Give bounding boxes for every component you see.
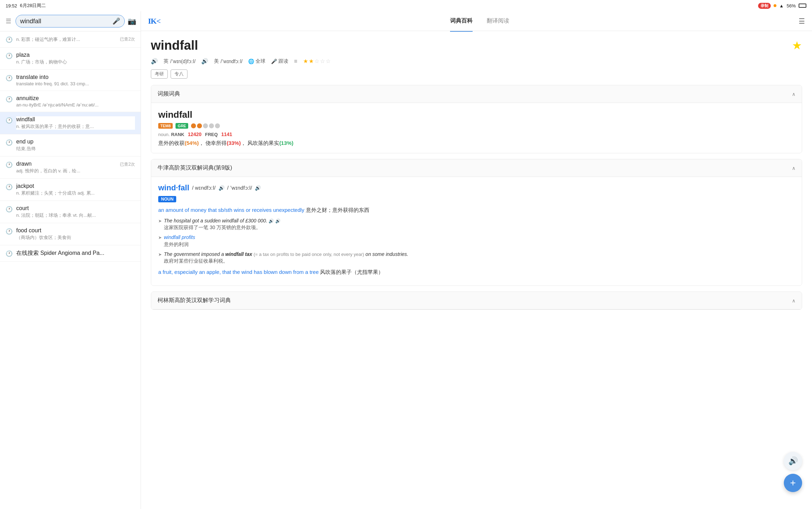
global-icon: 🌐 [248,59,254,64]
freq-rank-line: noun. RANK 12420 FREQ 1141 [158,131,795,137]
oxford-section-title: 牛津高阶英汉双解词典(第9版) [158,164,232,172]
example-1-am-audio-icon[interactable]: 🔊 [275,219,281,223]
oxford-brit-audio-icon[interactable]: 🔊 [219,185,224,191]
clock-icon: 🕐 [6,96,13,103]
tag-zhuanba[interactable]: 专八 [171,69,187,79]
collins-section-title: 柯林斯高阶英汉双解学习词典 [158,297,231,304]
clock-icon: 🕐 [6,139,13,146]
brit-audio-icon[interactable]: 🔊 [151,58,158,65]
gov-example: The government imposed a windfall tax (=… [158,251,795,264]
status-left: 19:52 6月28日周二 [6,2,46,9]
def1-cn: 意外之财；意外获得的东西 [306,207,369,213]
wifi-icon: ▲ [779,3,784,8]
pronunciation-row: 🔊 英 /ˈwɪn(d)fɔːl/ 🔊 美 /ˈwɪndfɔːl/ 🌐 全球 🎤… [151,58,802,65]
list-item[interactable]: 🕐 end up 结束,告终 [0,134,141,157]
tab-translate[interactable]: 翻译阅读 [487,16,509,26]
oxford-definition-1: an amount of money that sb/sth wins or r… [158,206,795,214]
status-right: 录制 ▲ 56% [758,3,806,9]
list-item[interactable]: 🕐 court n. 法院；朝廷；球场；奉承 vt. 向...献... [0,201,141,223]
battery-icon [799,4,806,8]
history-list: 🕐 n. 彩票；碰运气的事，难算计... 已查2次 🕐 plaza n. 广场；… [0,31,141,509]
history-word: translate into [16,74,135,80]
global-button[interactable]: 🌐 全球 [248,58,265,65]
favorite-star-icon[interactable]: ★ [792,39,802,52]
mic-small-icon: 🎤 [271,59,277,64]
search-input[interactable] [20,18,110,25]
dot-2 [197,123,202,128]
star-3[interactable]: ☆ [314,58,319,65]
pct-1: (54%) [185,140,199,146]
status-bar: 19:52 6月28日周二 录制 ▲ 56% [0,0,812,11]
float-audio-button[interactable]: 🔊 [784,452,802,470]
history-word: plaza [16,52,135,58]
dot-4 [209,123,214,128]
history-word: court [16,205,135,211]
oxford-definition-2: a fruit, especially an apple, that the w… [158,268,795,276]
float-add-button[interactable]: + [784,474,802,492]
freq-badges-row: TEM8 GRE [158,123,795,129]
brit-pron-text: /ˈwɪn(d)fɔːl/ [170,59,196,64]
list-item[interactable]: 🕐 food court （商场内）饮食区；美食街 [0,223,141,245]
clock-icon: 🕐 [6,206,13,213]
freq-section-body: windfall TEM8 GRE noun. [151,103,802,153]
pct-3: (13%) [279,140,293,146]
star-1[interactable]: ★ [303,58,308,65]
history-badge: 已查2次 [120,36,135,42]
list-item[interactable]: 🕐 translate into translate into freq. 91… [0,70,141,91]
def1-en: an amount of money that sb/sth wins or r… [158,207,304,213]
tab-dictionary[interactable]: 词典百科 [450,16,473,26]
sidebar: ☰ 🎤 📷 🕐 n. 彩票；碰运气的事，难算计... 已查2次 🕐 [0,11,141,509]
oxford-section: 牛津高阶英汉双解词典(第9版) ∧ wind·fall / wɪndfɔːl/ … [151,159,802,286]
word-content: windfall ★ 🔊 英 /ˈwɪn(d)fɔːl/ 🔊 美 /ˈwɪndf… [141,31,812,509]
top-nav: IK< 词典百科 翻译阅读 ☰ [141,11,812,31]
collins-chevron-icon: ∧ [792,298,795,303]
example-1-brit-audio-icon[interactable]: 🔊 [269,219,274,223]
tags-row: 考研 专八 [151,69,802,79]
sub-entry-cn: 意外的利润 [164,241,795,248]
list-item[interactable]: 🕐 plaza n. 广场；市场，购物中心 [0,48,141,70]
word-header: windfall ★ [151,38,802,53]
history-badge: 已查2次 [120,161,135,167]
history-word: 在线搜索 Spider Angioma and Pa... [16,250,135,257]
word-title: windfall [151,38,198,53]
list-item[interactable]: 🕐 在线搜索 Spider Angioma and Pa... [0,245,141,262]
tag-kaoyuan[interactable]: 考研 [151,69,168,79]
camera-icon[interactable]: 📷 [128,17,136,25]
record-button[interactable]: 录制 [758,3,771,9]
mic-icon[interactable]: 🎤 [112,17,120,25]
menu-icon[interactable]: ☰ [4,16,13,26]
clock-icon: 🕐 [6,117,13,124]
list-item[interactable]: 🕐 annuitize an·nu·ityBrE /əˈnjuːəti/NAmE… [0,91,141,112]
history-definition: n. 彩票；碰运气的事，难算计... [16,36,115,43]
am-pron: 美 /ˈwɪndfɔːl/ [214,58,242,65]
history-definition: （商场内）饮食区；美食街 [16,234,115,241]
nav-menu-icon[interactable]: ☰ [799,17,805,25]
list-item[interactable]: 🕐 drawn adj. 憔悴的，苍白的 v. 画，绘... 已查2次 [0,157,141,179]
star-5[interactable]: ☆ [326,58,331,65]
oxford-am-audio-icon[interactable]: 🔊 [255,185,261,191]
list-item[interactable]: 🕐 jackpot n. 累积赌注；头奖；十分成功 adj. 累... [0,179,141,201]
clock-icon: 🕐 [6,161,13,168]
time: 19:52 [6,3,17,8]
list-item-windfall[interactable]: 🕐 windfall n. 被风吹落的果子；意外的收获；意... [0,112,141,134]
star-2[interactable]: ★ [309,58,314,65]
clock-icon: 🕐 [6,75,13,81]
list-item[interactable]: 🕐 n. 彩票；碰运气的事，难算计... 已查2次 [0,31,141,48]
follow-read-button[interactable]: 🎤 跟读 [271,58,288,65]
example-1-cn: 这家医院获得了一笔 30 万英镑的意外款项。 [164,225,795,231]
list-icon[interactable]: ≡ [294,58,297,65]
freq-section-header[interactable]: 词频词典 ∧ [151,85,802,103]
freq-section-title: 词频词典 [158,90,180,98]
am-audio-icon[interactable]: 🔊 [201,58,208,65]
oxford-chevron-icon: ∧ [792,165,795,171]
oxford-section-header[interactable]: 牛津高阶英汉双解词典(第9版) ∧ [151,159,802,177]
oxford-word-line: wind·fall / wɪndfɔːl/ 🔊 / ˈwɪndfɔːl/ 🔊 [158,183,795,192]
search-input-wrap: 🎤 [16,15,125,27]
star-4[interactable]: ☆ [320,58,325,65]
history-definition: n. 法院；朝廷；球场；奉承 vt. 向...献... [16,212,115,219]
freq-meanings: 意外的收获(54%)， 侥幸所得(33%)， 风吹落的果实(13%) [158,140,795,147]
collins-section-header[interactable]: 柯林斯高阶英汉双解学习词典 ∧ [151,292,802,309]
history-word: food court [16,227,135,234]
history-definition: an·nu·ityBrE /əˈnjuːəti/NAmE /əˈnuːəti/.… [16,102,115,108]
history-word: drawn [16,161,116,167]
